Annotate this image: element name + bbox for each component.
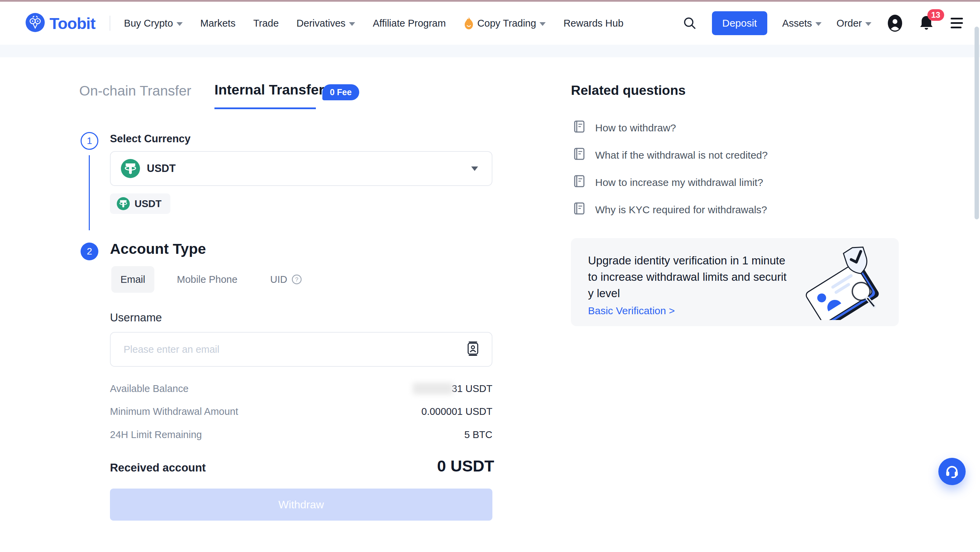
deposit-button[interactable]: Deposit	[712, 11, 767, 35]
document-icon	[574, 174, 585, 190]
available-balance-value: 31 USDT	[452, 383, 492, 394]
header-band	[0, 45, 980, 57]
account-type-email[interactable]: Email	[111, 266, 154, 293]
usdt-coin-icon	[121, 159, 140, 178]
account-type-mobile-phone[interactable]: Mobile Phone	[177, 274, 237, 285]
assets-menu[interactable]: Assets	[782, 18, 822, 29]
chevron-down-icon	[177, 22, 183, 26]
tab-internal-transfer[interactable]: Internal Transfer	[215, 82, 324, 98]
search-icon[interactable]	[682, 16, 697, 30]
nav-trade[interactable]: Trade	[253, 18, 279, 29]
nav-copy-trading[interactable]: Copy Trading	[464, 17, 546, 30]
header-right: Deposit Assets Order	[682, 11, 964, 35]
username-label: Username	[110, 311, 162, 324]
hamburger-menu-icon[interactable]	[949, 17, 964, 29]
active-tab-underline	[215, 108, 316, 109]
toobit-owl-icon	[25, 13, 45, 33]
account-type-options: Email Mobile Phone UID ?	[111, 266, 302, 293]
notification-badge: 13	[928, 9, 944, 21]
svg-text:?: ?	[295, 276, 298, 283]
address-book-icon[interactable]	[466, 341, 480, 357]
nav-rewards-hub[interactable]: Rewards Hub	[563, 18, 624, 29]
upgrade-verification-card: Upgrade identity verification in 1 minut…	[571, 238, 899, 326]
chevron-down-icon	[539, 22, 546, 26]
id-verification-illustration	[804, 244, 882, 321]
nav-buy-crypto[interactable]: Buy Crypto	[124, 18, 182, 29]
related-question-how-to-withdraw[interactable]: How to withdraw?	[574, 120, 676, 135]
order-menu[interactable]: Order	[837, 18, 872, 29]
usdt-coin-icon	[117, 197, 130, 210]
main-nav: Buy Crypto Markets Trade Derivatives Aff…	[124, 17, 624, 30]
header-divider	[110, 16, 110, 31]
document-icon	[574, 148, 585, 163]
account-type-uid[interactable]: UID ?	[270, 274, 302, 285]
zero-fee-badge: 0 Fee	[322, 84, 359, 100]
select-caret-icon	[471, 167, 478, 171]
upgrade-verification-text: Upgrade identity verification in 1 minut…	[588, 252, 786, 301]
chevron-down-icon	[349, 22, 355, 26]
tab-onchain-transfer[interactable]: On-chain Transfer	[79, 83, 191, 99]
document-icon	[574, 202, 585, 217]
received-account-value: 0 USDT	[437, 457, 494, 475]
scrollbar-thumb[interactable]	[975, 27, 979, 219]
flame-icon	[464, 17, 474, 30]
available-balance-row: Available Balance 31 USDT	[110, 383, 492, 394]
headset-icon	[945, 464, 959, 479]
related-question-increase-limit[interactable]: How to increase my withdrawal limit?	[574, 174, 763, 190]
min-withdrawal-value: 0.000001 USDT	[422, 406, 492, 417]
limit-remaining-label: 24H Limit Remaining	[110, 429, 202, 441]
support-chat-button[interactable]	[938, 458, 966, 485]
nav-markets[interactable]: Markets	[200, 18, 235, 29]
step-1-indicator: 1	[81, 132, 98, 150]
related-questions-title: Related questions	[571, 83, 686, 98]
related-question-kyc[interactable]: Why is KYC required for withdrawals?	[574, 202, 767, 217]
currency-select[interactable]: USDT	[110, 151, 492, 186]
username-input[interactable]	[124, 344, 466, 355]
profile-avatar-icon[interactable]	[886, 15, 904, 32]
blurred-balance	[413, 383, 453, 394]
limit-remaining-value: 5 BTC	[465, 429, 492, 441]
withdraw-button[interactable]: Withdraw	[110, 489, 492, 520]
currency-chip-usdt[interactable]: USDT	[110, 194, 170, 214]
received-account-label: Received account	[110, 461, 206, 474]
nav-affiliate-program[interactable]: Affiliate Program	[373, 18, 446, 29]
chevron-down-icon	[865, 22, 872, 26]
min-withdrawal-label: Minimum Withdrawal Amount	[110, 406, 238, 417]
step-connector-line	[89, 155, 90, 230]
brand-name: Toobit	[49, 14, 95, 33]
chevron-down-icon	[815, 22, 822, 26]
help-question-icon[interactable]: ?	[292, 274, 302, 284]
document-icon	[574, 120, 585, 135]
basic-verification-link[interactable]: Basic Verification >	[588, 305, 675, 317]
available-balance-label: Available Balance	[110, 383, 188, 394]
withdraw-page: Toobit Buy Crypto Markets Trade Derivati…	[0, 0, 980, 552]
header: Toobit Buy Crypto Markets Trade Derivati…	[0, 2, 980, 45]
related-question-not-credited[interactable]: What if the withdrawal is not credited?	[574, 148, 768, 163]
nav-derivatives[interactable]: Derivatives	[296, 18, 355, 29]
select-currency-label: Select Currency	[110, 133, 191, 145]
brand-logo[interactable]: Toobit	[25, 13, 95, 33]
selected-currency: USDT	[147, 162, 175, 174]
min-withdrawal-row: Minimum Withdrawal Amount 0.000001 USDT	[110, 406, 492, 417]
username-field-wrap	[110, 332, 492, 367]
chip-currency-label: USDT	[135, 198, 162, 209]
notifications[interactable]: 13	[918, 15, 934, 32]
step-2-indicator: 2	[81, 243, 98, 260]
account-type-heading: Account Type	[110, 241, 206, 257]
limit-remaining-row: 24H Limit Remaining 5 BTC	[110, 429, 492, 441]
